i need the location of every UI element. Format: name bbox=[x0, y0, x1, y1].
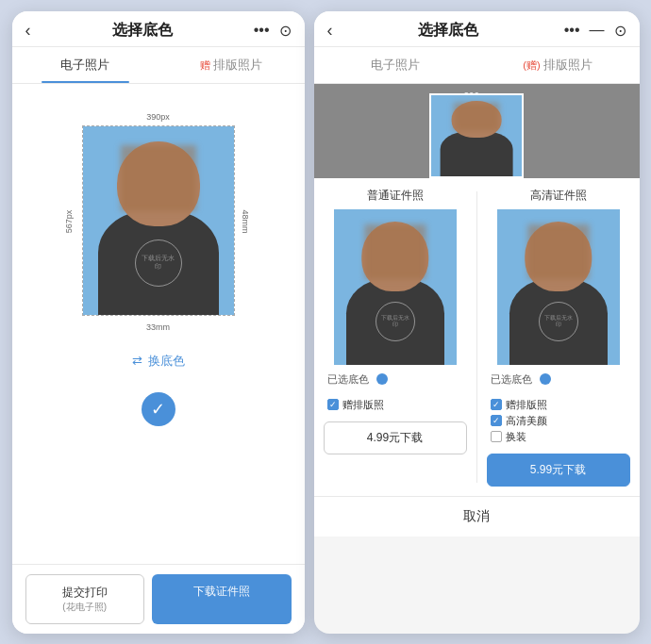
screens-container: ‹ 选择底色 ••• ⊙ 电子照片 赠 排版照片 390px 3 bbox=[3, 2, 649, 643]
wm-hd: 下载后无水印 bbox=[539, 302, 578, 341]
dim-right-label: 48mm bbox=[241, 209, 250, 233]
right-tab-layout[interactable]: (赠) 排版照片 bbox=[476, 47, 640, 83]
photo-display: 下载后无水印 bbox=[83, 126, 234, 315]
hd-checkbox-layout-box[interactable]: ✓ bbox=[491, 399, 502, 410]
face-blur bbox=[121, 145, 196, 211]
left-nav-icons: ••• ⊙ bbox=[254, 22, 292, 40]
right-tab-electronic[interactable]: 电子照片 bbox=[314, 47, 477, 83]
left-nav-bar: ‹ 选择底色 ••• ⊙ bbox=[12, 11, 305, 47]
left-phone-screen: ‹ 选择底色 ••• ⊙ 电子照片 赠 排版照片 390px 3 bbox=[12, 11, 305, 634]
face-photo-standard: 下载后无水印 bbox=[334, 209, 457, 365]
dim-height-label: 567px bbox=[64, 210, 74, 234]
option-standard-title: 普通证件照 bbox=[367, 188, 424, 204]
option-standard-photo: 下载后无水印 bbox=[334, 209, 457, 365]
face-photo-right-thumb bbox=[431, 95, 522, 176]
confirm-check[interactable]: ✓ bbox=[142, 392, 175, 426]
standard-checkbox-layout-box[interactable]: ✓ bbox=[327, 399, 339, 410]
left-nav-title: 选择底色 bbox=[112, 21, 173, 41]
change-bg-icon: ⇄ bbox=[132, 354, 142, 368]
standard-price-button[interactable]: 4.99元下载 bbox=[324, 421, 467, 454]
left-target-icon[interactable]: ⊙ bbox=[279, 22, 292, 40]
dim-width-label: 390px bbox=[146, 112, 170, 122]
right-nav-bar: ‹ 选择底色 ••• — ⊙ bbox=[314, 11, 640, 47]
left-back-button[interactable]: ‹ bbox=[25, 21, 31, 41]
right-more-icon[interactable]: ••• bbox=[564, 22, 580, 39]
download-photo-button[interactable]: 下载证件照 bbox=[152, 574, 292, 624]
right-phone-screen: ‹ 选择底色 ••• — ⊙ 电子照片 (赠) 排版照片 390px bbox=[314, 11, 640, 634]
photo-area: 390px 33mm 567px 48mm 下载后无水印 bbox=[82, 125, 235, 319]
submit-print-sub: (花电子照) bbox=[30, 601, 140, 614]
face-photo-left: 下载后无水印 bbox=[83, 126, 234, 315]
option-hd-title: 高清证件照 bbox=[530, 188, 587, 204]
left-bottom-buttons: 提交打印 (花电子照) 下载证件照 bbox=[12, 564, 305, 634]
right-tabs: 电子照片 (赠) 排版照片 bbox=[314, 47, 640, 84]
watermark-stamp: 下载后无水印 bbox=[135, 239, 182, 287]
standard-checkboxes: ✓ 赠排版照 bbox=[324, 394, 467, 416]
left-tab-layout[interactable]: 赠 排版照片 bbox=[159, 47, 305, 83]
hd-checkbox-layout: ✓ 赠排版照 bbox=[491, 398, 626, 412]
hd-color-label: 已选底色 bbox=[487, 371, 630, 388]
right-target-icon[interactable]: ⊙ bbox=[614, 22, 626, 40]
standard-color-dot bbox=[376, 373, 388, 385]
cancel-button[interactable]: 取消 bbox=[314, 496, 640, 537]
hd-price-button[interactable]: 5.99元下载 bbox=[487, 454, 630, 487]
right-nav-title: 选择底色 bbox=[418, 21, 478, 41]
right-back-button[interactable]: ‹ bbox=[327, 21, 333, 41]
standard-checkbox-layout: ✓ 赠排版照 bbox=[327, 398, 463, 412]
wm-standard: 下载后无水印 bbox=[376, 302, 415, 341]
change-bg-button[interactable]: ⇄ 换底色 bbox=[132, 353, 185, 370]
submit-print-button[interactable]: 提交打印 (花电子照) bbox=[25, 574, 144, 624]
right-photo-preview: 390px bbox=[314, 84, 640, 178]
option-card-hd: 高清证件照 下载后无水印 已选底色 ✓ 赠排版照 bbox=[487, 188, 630, 487]
left-more-icon[interactable]: ••• bbox=[254, 22, 270, 39]
photo-border: 下载后无水印 bbox=[82, 125, 235, 316]
face-photo-hd: 下载后无水印 bbox=[497, 209, 620, 365]
hd-checkbox-beauty: ✓ 高清美颜 bbox=[491, 414, 626, 428]
hd-checkboxes: ✓ 赠排版照 ✓ 高清美颜 换装 bbox=[487, 394, 630, 448]
hd-checkbox-outfit-box[interactable] bbox=[491, 431, 502, 442]
download-photo-label: 下载证件照 bbox=[193, 585, 250, 598]
right-nav-icons: ••• — ⊙ bbox=[564, 22, 626, 40]
standard-color-label: 已选底色 bbox=[324, 371, 467, 388]
option-card-standard: 普通证件照 下载后无水印 已选底色 ✓ 赠排版照 bbox=[324, 188, 467, 487]
left-tabs: 电子照片 赠 排版照片 bbox=[12, 47, 305, 84]
submit-print-label: 提交打印 bbox=[30, 585, 140, 601]
face-blur-thumb bbox=[454, 103, 499, 131]
left-tab-electronic[interactable]: 电子照片 bbox=[12, 47, 159, 83]
change-bg-label: 换底色 bbox=[148, 353, 185, 370]
dim-bottom-label: 33mm bbox=[146, 322, 170, 332]
option-hd-photo: 下载后无水印 bbox=[497, 209, 620, 365]
face-blur-standard bbox=[364, 224, 426, 279]
option-divider bbox=[476, 191, 477, 483]
body-thumb bbox=[441, 131, 513, 175]
face-blur-hd bbox=[527, 224, 589, 279]
right-photo-thumb bbox=[429, 93, 524, 178]
hd-color-dot bbox=[540, 373, 551, 385]
hd-checkbox-outfit: 换装 bbox=[491, 430, 626, 444]
right-minus-icon[interactable]: — bbox=[590, 22, 605, 39]
left-content: 390px 33mm 567px 48mm 下载后无水印 bbox=[12, 84, 305, 564]
options-grid: 普通证件照 下载后无水印 已选底色 ✓ 赠排版照 bbox=[314, 178, 640, 496]
hd-checkbox-beauty-box[interactable]: ✓ bbox=[491, 415, 502, 426]
